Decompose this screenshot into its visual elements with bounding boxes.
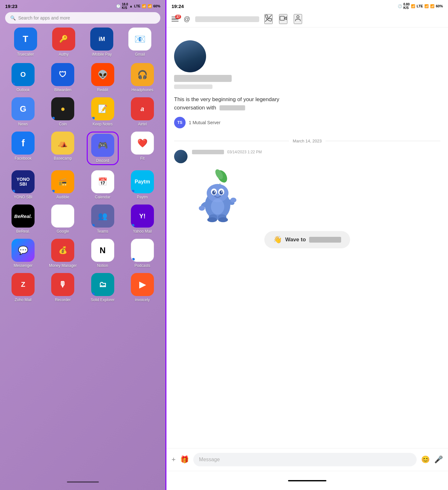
gift-button[interactable]: 🎁 [180,455,189,464]
right-nav-indicator [288,480,326,481]
app-airtel[interactable]: a Airtel [126,97,158,126]
mutual-server-text: 1 Mutual Server [189,120,220,125]
app-label-outlook: Outlook [16,88,29,92]
app-label-authy: Authy [59,52,69,57]
app-icon-reddit: 👽 [91,63,114,86]
message-input-field[interactable]: Message [193,453,417,466]
app-solidexplorer[interactable]: 🗂 Solid Explorer [87,273,119,302]
microphone-button[interactable]: 🎤 [434,455,443,464]
app-bitwarden[interactable]: 🛡 Bitwarden [47,63,79,92]
app-messenger[interactable]: 💬 Messenger [7,239,39,268]
app-gmail[interactable]: 📧 Gmail [124,28,156,57]
app-icon-bereal: BeReal. [12,205,35,228]
notification-badge: 37 [175,15,181,19]
svg-point-12 [220,190,223,195]
app-icon-invoicely: ▶ [131,273,154,296]
date-divider: March 14, 2023 [166,135,448,147]
app-podcasts[interactable]: 🎙 Podcasts [126,239,158,268]
app-row-4: YONOSBI YONO SBI 📻 Audible 📅 Calendar [3,170,162,199]
app-notion[interactable]: N Notion [87,239,119,268]
mutual-server: TS 1 Mutual Server [174,117,220,128]
message-sender-avatar [174,150,188,163]
dot-paytm [132,190,134,192]
mutual-server-avatar: TS [174,117,186,128]
svg-point-17 [199,206,205,211]
wave-to-label: Wave to [285,237,306,243]
app-reddit[interactable]: 👽 Reddit [87,63,119,92]
app-label-fit: Fit [140,156,144,161]
left-time: 19:23 [5,4,17,9]
app-grid: T Truecaller 🔑 Authy iM iMobile Pay 📧 [0,28,165,474]
app-yahoomail[interactable]: Y! Yahoo Mail [126,205,158,234]
app-icon-zohomail: Z [12,273,35,296]
app-discord[interactable]: 🎮 Discord [87,132,119,165]
app-icon-audible: 📻 [51,170,74,193]
app-truecaller[interactable]: T Truecaller [10,28,42,57]
svg-point-14 [221,191,222,193]
wave-to-button[interactable]: 👋 Wave to [264,231,350,248]
app-facebook[interactable]: f Facebook [7,132,39,165]
video-call-button[interactable] [279,14,287,24]
app-headphones[interactable]: 🎧 Headphones [126,63,158,92]
conversation-name-blur [220,105,245,110]
app-label-bereal: BeReal. [16,229,30,234]
chat-area: This is the very beginning of your legen… [166,28,448,448]
date-line-right [325,141,440,141]
app-news[interactable]: G News [7,97,39,126]
wumpus-figure [192,166,243,223]
app-keepnotes[interactable]: 📝 Keep Notes [87,97,119,126]
svg-point-13 [214,191,215,193]
profile-button[interactable] [294,14,302,24]
app-label-airtel: Airtel [138,122,147,126]
app-google[interactable]: G Google [47,205,79,234]
app-label-podcasts: Podcasts [134,263,150,268]
status-bar-left: 19:23 🕐 18.0K/S ▲ LTE 📶 📶 60% [0,0,165,11]
app-yonosbi[interactable]: YONOSBI YONO SBI [7,170,39,199]
app-basecamp[interactable]: ⛺ Basecamp [47,132,79,165]
search-icon: 🔍 [10,15,16,20]
left-status-icons: 🕐 18.0K/S ▲ LTE 📶 📶 60% [116,3,160,10]
app-icon-authy: 🔑 [52,28,75,51]
app-authy[interactable]: 🔑 Authy [48,28,80,57]
hamburger-menu[interactable]: 37 [172,17,179,22]
contact-username-blur [174,75,232,82]
search-bar[interactable]: 🔍 Search for apps and more [5,12,160,24]
header-icons [264,14,302,24]
voice-call-button[interactable] [264,14,273,24]
dot-yonosbi [12,190,15,192]
app-moneymanager[interactable]: 💰 Money Manager [47,239,79,268]
wave-emoji: 👋 [273,236,282,244]
app-icon-podcasts: 🎙 [131,239,154,262]
add-button[interactable]: + [172,455,176,464]
username-blur [195,16,259,22]
app-teams[interactable]: 👥 Teams [87,205,119,234]
dot-coin [52,117,55,119]
app-imobilepay[interactable]: iM iMobile Pay [86,28,118,57]
dot-podcasts [132,258,135,261]
app-icon-paytm: Paytm [131,170,154,193]
app-icon-messenger: 💬 [12,239,35,262]
app-outlook[interactable]: O Outlook [7,63,39,92]
app-label-solidexplorer: Solid Explorer [91,298,115,302]
app-zohomail[interactable]: Z Zoho Mail [7,273,39,302]
app-audible[interactable]: 📻 Audible [47,170,79,199]
app-label-basecamp: Basecamp [54,156,72,161]
app-invoicely[interactable]: ▶ invoicely [126,273,158,302]
app-coin[interactable]: ● Coin [47,97,79,126]
left-nav-bar [0,474,165,490]
app-label-bitwarden: Bitwarden [54,88,71,92]
emoji-button[interactable]: 😊 [421,455,430,464]
app-calendar[interactable]: 📅 Calendar [87,170,119,199]
wave-recipient-blur [309,237,341,243]
app-icon-gmail: 📧 [128,28,151,51]
app-fit[interactable]: ❤️ Fit [126,132,158,165]
app-label-yahoomail: Yahoo Mail [133,229,152,234]
app-icon-moneymanager: 💰 [51,239,74,262]
app-label-discord: Discord [96,158,109,163]
app-icon-bitwarden: 🛡 [51,63,74,86]
app-paytm[interactable]: Paytm Paytm [126,170,158,199]
app-icon-outlook: O [12,63,35,86]
app-label-invoicely: invoicely [135,298,150,302]
app-recorder[interactable]: 🎙 Recorder [47,273,79,302]
app-bereal[interactable]: BeReal. BeReal. [7,205,39,234]
